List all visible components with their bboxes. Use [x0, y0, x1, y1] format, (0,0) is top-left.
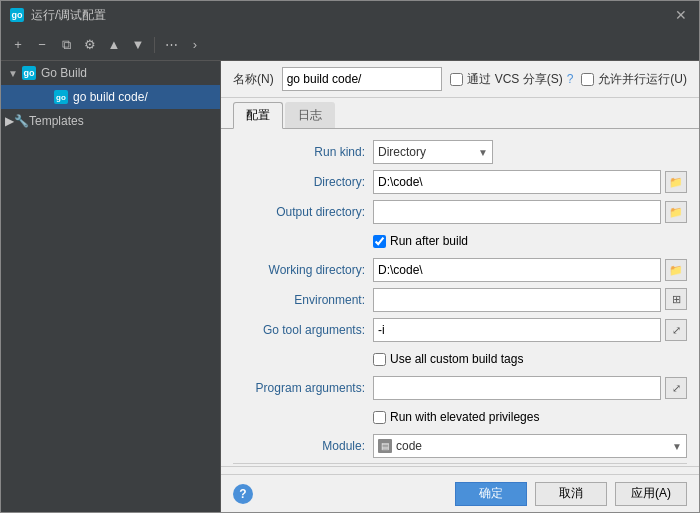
program-args-input[interactable] — [373, 376, 661, 400]
name-input[interactable] — [282, 67, 443, 91]
elevated-row: Run with elevated privileges — [221, 403, 699, 431]
parallel-run-label: 允许并行运行(U) — [598, 71, 687, 88]
close-button[interactable]: ✕ — [671, 5, 691, 25]
elevated-label: Run with elevated privileges — [390, 410, 539, 424]
directory-row: Directory: 📁 — [221, 167, 699, 197]
footer-buttons: 确定 取消 应用(A) — [455, 482, 687, 506]
copy-button[interactable]: ⧉ — [55, 34, 77, 56]
working-dir-folder-button[interactable]: 📁 — [665, 259, 687, 281]
output-dir-row: Output directory: 📁 — [221, 197, 699, 227]
environment-control: ⊞ — [373, 288, 687, 312]
left-panel: ▼ go Go Build go go build code/ ▶ 🔧 Temp… — [1, 61, 221, 512]
parallel-run-checkbox[interactable] — [581, 73, 594, 86]
settings-button[interactable]: ⚙ — [79, 34, 101, 56]
module-value: code — [396, 439, 668, 453]
directory-label: Directory: — [233, 175, 373, 189]
arrow-button[interactable]: › — [184, 34, 206, 56]
go-build-code-label: go build code/ — [73, 90, 148, 104]
program-args-row: Program arguments: ⤢ — [221, 373, 699, 403]
more-button[interactable]: ⋯ — [160, 34, 182, 56]
title-bar: go 运行/调试配置 ✕ — [1, 1, 699, 29]
go-build-code-item[interactable]: go go build code/ — [1, 85, 220, 109]
dropdown-arrow-icon: ▼ — [478, 147, 488, 158]
remove-button[interactable]: − — [31, 34, 53, 56]
title-icon: go — [9, 7, 25, 23]
module-dropdown[interactable]: ▤ code ▼ — [373, 434, 687, 458]
output-dir-folder-button[interactable]: 📁 — [665, 201, 687, 223]
run-debug-config-dialog: go 运行/调试配置 ✕ + − ⧉ ⚙ ▲ ▼ ⋯ › ▼ go Go Bui… — [0, 0, 700, 513]
add-button[interactable]: + — [7, 34, 29, 56]
directory-folder-button[interactable]: 📁 — [665, 171, 687, 193]
go-tool-args-row: Go tool arguments: ⤢ — [221, 315, 699, 345]
program-args-expand-button[interactable]: ⤢ — [665, 377, 687, 399]
program-args-control: ⤢ — [373, 376, 687, 400]
help-button[interactable]: ? — [233, 484, 253, 504]
go-build-icon: go — [21, 65, 37, 81]
tab-log[interactable]: 日志 — [285, 102, 335, 128]
templates-arrow: ▶ — [5, 114, 14, 128]
separator — [233, 463, 687, 464]
go-tool-args-input[interactable] — [373, 318, 661, 342]
vcs-share-label: 通过 VCS 分享(S) — [467, 71, 562, 88]
dialog-title: 运行/调试配置 — [31, 7, 671, 24]
run-after-build-checkbox[interactable] — [373, 235, 386, 248]
apply-button[interactable]: 应用(A) — [615, 482, 687, 506]
go-build-label: Go Build — [41, 66, 87, 80]
toolbar: + − ⧉ ⚙ ▲ ▼ ⋯ › — [1, 29, 699, 61]
elevated-control: Run with elevated privileges — [373, 410, 687, 424]
environment-input[interactable] — [373, 288, 661, 312]
program-args-label: Program arguments: — [233, 381, 373, 395]
module-icon: ▤ — [378, 439, 392, 453]
module-control: ▤ code ▼ — [373, 434, 687, 458]
vcs-help-icon: ? — [567, 72, 574, 86]
output-dir-input[interactable] — [373, 200, 661, 224]
module-dropdown-arrow-icon: ▼ — [672, 441, 682, 452]
before-launch-section[interactable]: ▶ 启动前(B): 激活工具窗口 — [221, 466, 699, 474]
run-after-build-control: Run after build — [373, 234, 687, 248]
working-dir-label: Working directory: — [233, 263, 373, 277]
tab-config[interactable]: 配置 — [233, 102, 283, 129]
custom-tags-control: Use all custom build tags — [373, 352, 687, 366]
run-kind-value: Directory — [378, 145, 474, 159]
module-row: Module: ▤ code ▼ — [221, 431, 699, 461]
working-dir-control: 📁 — [373, 258, 687, 282]
right-panel: 名称(N) 通过 VCS 分享(S) ? 允许并行运行(U) 配置 日志 — [221, 61, 699, 512]
templates-item[interactable]: ▶ 🔧 Templates — [1, 109, 220, 133]
cancel-button[interactable]: 取消 — [535, 482, 607, 506]
templates-label: Templates — [29, 114, 84, 128]
elevated-checkbox[interactable] — [373, 411, 386, 424]
run-after-build-row: Run after build — [221, 227, 699, 255]
toolbar-separator — [154, 37, 155, 53]
vcs-share-checkbox[interactable] — [450, 73, 463, 86]
output-dir-control: 📁 — [373, 200, 687, 224]
directory-control: 📁 — [373, 170, 687, 194]
ok-button[interactable]: 确定 — [455, 482, 527, 506]
down-button[interactable]: ▼ — [127, 34, 149, 56]
custom-tags-label: Use all custom build tags — [390, 352, 523, 366]
sub-expand-arrow — [37, 89, 53, 105]
environment-label: Environment: — [233, 293, 373, 307]
directory-input[interactable] — [373, 170, 661, 194]
run-after-build-label: Run after build — [390, 234, 468, 248]
output-dir-label: Output directory: — [233, 205, 373, 219]
up-button[interactable]: ▲ — [103, 34, 125, 56]
name-row: 名称(N) 通过 VCS 分享(S) ? 允许并行运行(U) — [221, 61, 699, 98]
templates-icon: 🔧 — [14, 114, 29, 128]
form-area: Run kind: Directory ▼ Directory: 📁 — [221, 129, 699, 474]
tabs-row: 配置 日志 — [221, 98, 699, 129]
go-tool-args-label: Go tool arguments: — [233, 323, 373, 337]
run-kind-dropdown[interactable]: Directory ▼ — [373, 140, 493, 164]
go-build-group-item[interactable]: ▼ go Go Build — [1, 61, 220, 85]
run-kind-control: Directory ▼ — [373, 140, 687, 164]
parallel-run-group: 允许并行运行(U) — [581, 71, 687, 88]
custom-tags-row: Use all custom build tags — [221, 345, 699, 373]
go-tool-args-control: ⤢ — [373, 318, 687, 342]
go-tool-args-expand-button[interactable]: ⤢ — [665, 319, 687, 341]
custom-tags-checkbox[interactable] — [373, 353, 386, 366]
expand-arrow: ▼ — [5, 65, 21, 81]
working-dir-input[interactable] — [373, 258, 661, 282]
environment-edit-button[interactable]: ⊞ — [665, 288, 687, 310]
name-label: 名称(N) — [233, 71, 274, 88]
footer: ? 确定 取消 应用(A) — [221, 474, 699, 512]
vcs-share-group: 通过 VCS 分享(S) ? — [450, 71, 573, 88]
